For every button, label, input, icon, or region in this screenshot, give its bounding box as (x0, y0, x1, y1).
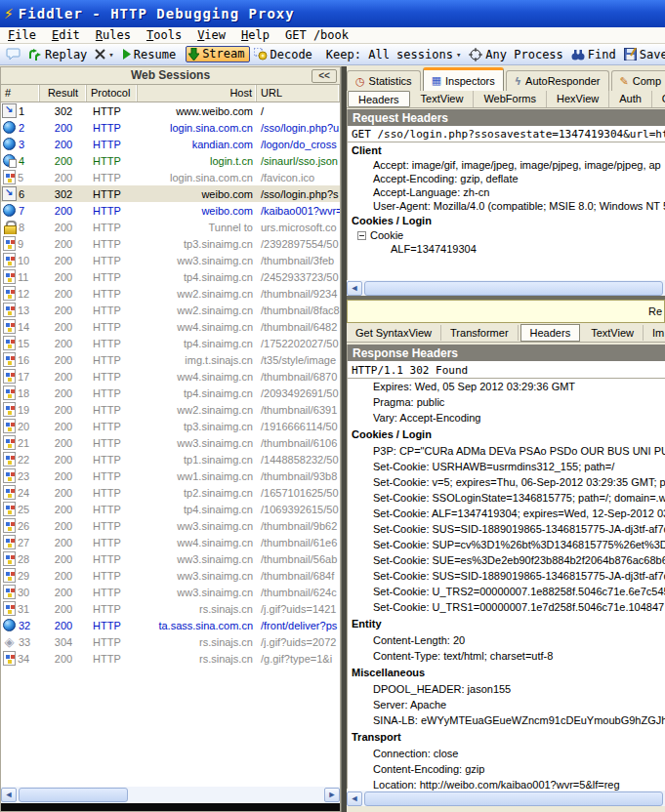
session-row[interactable]: 19200HTTPww2.sinaimg.cn/thumbnail/6391 (1, 401, 340, 418)
web-sessions-panel: Web Sessions << #ResultProtocolHostURL 1… (0, 66, 341, 812)
request-tab-textview[interactable]: TextView (411, 91, 475, 107)
session-row[interactable]: 16200HTTPimg.t.sinajs.cn/t35/style/image (1, 351, 340, 368)
session-number-cell: 31 (1, 601, 40, 616)
session-row[interactable]: 7200HTTPweibo.com/kaibao001?wvr= (1, 202, 340, 219)
request-tab-headers[interactable]: Headers (348, 91, 410, 107)
response-tab-headers[interactable]: Headers (520, 324, 581, 342)
session-row[interactable]: 28200HTTPww3.sinaimg.cn/thumbnail/56ab (1, 550, 340, 567)
cookie-tree-node[interactable]: Cookie (348, 228, 665, 242)
menu-item-edit[interactable]: Edit (44, 28, 88, 42)
session-row[interactable]: 14200HTTPww4.sinaimg.cn/thumbnail/6482 (1, 318, 340, 335)
remove-button[interactable]: ▾ (91, 48, 117, 61)
find-button[interactable]: Find (567, 47, 620, 62)
request-tab-hexview[interactable]: HexView (547, 91, 609, 107)
scroll-left-arrow[interactable]: ◄ (1, 788, 17, 802)
session-row[interactable]: 26200HTTPww3.sinaimg.cn/thumbnail/9b62 (1, 517, 340, 534)
response-tab-im[interactable]: Im (644, 325, 665, 341)
session-row[interactable]: 25200HTTPtp4.sinaimg.cn/1069392615/50 (1, 501, 340, 517)
decode-toggle-button[interactable]: Decode (250, 47, 316, 62)
column-header-num[interactable]: # (1, 85, 40, 102)
session-row[interactable]: 24200HTTPtp2.sinaimg.cn/1657101625/50 (1, 484, 340, 501)
session-row[interactable]: 23200HTTPww1.sinaimg.cn/thumbnail/93b8 (1, 467, 340, 484)
stream-toggle-button[interactable]: Stream (186, 46, 249, 62)
session-number: 21 (18, 437, 29, 449)
save-button[interactable]: Save (620, 47, 665, 62)
session-row[interactable]: 30200HTTPww3.sinaimg.cn/thumbnail/624c (1, 584, 340, 600)
scroll-left-arrow[interactable]: ◄ (347, 281, 362, 296)
request-tab-auth[interactable]: Auth (609, 91, 652, 107)
scrollbar-thumb[interactable] (364, 281, 663, 296)
session-row[interactable]: ◈33304HTTPrs.sinajs.cn/j.gif?uids=2072 (1, 633, 340, 650)
session-row[interactable]: 10200HTTPww3.sinaimg.cn/thumbnail/3feb (1, 252, 340, 268)
session-row[interactable]: 27200HTTPww4.sinaimg.cn/thumbnail/61e6 (1, 534, 340, 550)
session-row[interactable]: 12200HTTPww2.sinaimg.cn/thumbnail/9234 (1, 285, 340, 302)
remove-dropdown-arrow[interactable]: ▾ (108, 50, 113, 60)
request-horizontal-scrollbar[interactable]: ◄ (347, 280, 665, 296)
menu-item-get-book[interactable]: GET /book (277, 28, 356, 42)
session-row[interactable]: 8200HTTPTunnel tours.microsoft.co (1, 219, 340, 235)
session-row[interactable]: 4200HTTPlogin.t.cn/sinaurl/sso.json (1, 152, 340, 169)
session-row[interactable]: 34200HTTPrs.sinajs.cn/g.gif?type=1&i (1, 650, 340, 667)
replay-button[interactable]: Replay (24, 47, 91, 62)
tab-inspectors[interactable]: ▦Inspectors (423, 67, 504, 91)
collapse-minus-icon[interactable] (357, 231, 366, 240)
protocol-cell: HTTP (87, 570, 138, 582)
session-row[interactable]: 5200HTTPlogin.sina.com.cn/favicon.ico (1, 169, 340, 185)
session-row[interactable]: 31200HTTPrs.sinajs.cn/j.gif?uids=1421 (1, 600, 340, 617)
comment-button[interactable] (2, 47, 24, 61)
session-row[interactable]: 32200HTTPta.sass.sina.com.cn/front/deliv… (1, 617, 340, 633)
request-tab-c[interactable]: C (652, 91, 665, 107)
session-row[interactable]: 2200HTTPlogin.sina.com.cn/sso/login.php?… (1, 119, 340, 136)
image-file-icon (3, 386, 16, 400)
tab-autoresponder[interactable]: ϟAutoResponder (506, 70, 609, 91)
response-encoding-notification[interactable]: Re (347, 300, 665, 323)
tab-statistics[interactable]: ◷Statistics (347, 70, 421, 91)
response-tab-get-syntaxview[interactable]: Get SyntaxView (347, 325, 441, 341)
column-header-protocol[interactable]: Protocol (87, 85, 138, 102)
session-number-cell: 14 (1, 319, 40, 334)
sessions-horizontal-scrollbar[interactable]: ◄ ► (1, 787, 340, 803)
session-number: 34 (18, 653, 29, 665)
session-row[interactable]: 1302HTTPwww.weibo.com/ (1, 102, 340, 119)
scrollbar-thumb[interactable] (19, 788, 128, 802)
session-row[interactable]: 29200HTTPww3.sinaimg.cn/thumbnail/684f (1, 567, 340, 584)
scrollbar-track[interactable] (128, 788, 324, 802)
any-process-button[interactable]: Any Process (465, 47, 566, 62)
menu-item-rules[interactable]: Rules (88, 28, 139, 42)
host-cell: tp3.sinaimg.cn (138, 238, 257, 250)
menu-item-help[interactable]: Help (233, 28, 277, 42)
session-row[interactable]: 6302HTTPweibo.com/sso/login.php?s (1, 185, 340, 202)
menu-item-view[interactable]: View (189, 28, 233, 42)
result-cell: 200 (40, 504, 87, 515)
tab-comp[interactable]: ✎Comp (611, 70, 665, 91)
session-row[interactable]: 22200HTTPtp1.sinaimg.cn/1448858232/50 (1, 451, 340, 467)
session-columns-header[interactable]: #ResultProtocolHostURL (1, 85, 340, 102)
menu-item-file[interactable]: File (0, 28, 44, 42)
keep-sessions-dropdown[interactable]: Keep: All sessions ▾ (322, 47, 465, 62)
session-row[interactable]: 13200HTTPww2.sinaimg.cn/thumbnail/8fac8 (1, 302, 340, 318)
menu-item-tools[interactable]: Tools (139, 28, 189, 42)
column-header-result[interactable]: Result (40, 85, 87, 102)
session-row[interactable]: 17200HTTPww4.sinaimg.cn/thumbnail/6870 (1, 368, 340, 385)
response-tab-transformer[interactable]: Transformer (441, 325, 519, 341)
scrollbar-thumb[interactable] (364, 792, 663, 806)
session-row[interactable]: 18200HTTPtp4.sinaimg.cn/2093492691/50 (1, 385, 340, 401)
scroll-right-arrow[interactable]: ► (324, 788, 340, 802)
session-row[interactable]: 9200HTTPtp3.sinaimg.cn/2392897554/50 (1, 235, 340, 252)
collapse-panel-button[interactable]: << (312, 69, 337, 83)
response-horizontal-scrollbar[interactable]: ◄ (347, 791, 665, 806)
url-cell: /thumbnail/9b62 (257, 520, 340, 532)
session-number-cell: 25 (1, 502, 40, 516)
session-row[interactable]: 11200HTTPtp4.sinaimg.cn/2452933723/50 (1, 268, 340, 285)
session-row[interactable]: 15200HTTPtp4.sinaimg.cn/1752202027/50 (1, 335, 340, 351)
session-row[interactable]: 3200HTTPkandian.com/logon/do_cross (1, 136, 340, 152)
column-header-host[interactable]: Host (138, 85, 257, 102)
request-tab-webforms[interactable]: WebForms (474, 91, 547, 107)
resume-button[interactable]: Resume (118, 47, 180, 62)
response-tab-textview[interactable]: TextView (582, 325, 644, 341)
session-row[interactable]: 21200HTTPww3.sinaimg.cn/thumbnail/6106 (1, 434, 340, 451)
scroll-left-arrow[interactable]: ◄ (347, 792, 362, 806)
session-row[interactable]: 20200HTTPtp3.sinaimg.cn/1916666114/50 (1, 418, 340, 434)
resume-play-icon (122, 49, 131, 60)
column-header-url[interactable]: URL (257, 85, 340, 102)
